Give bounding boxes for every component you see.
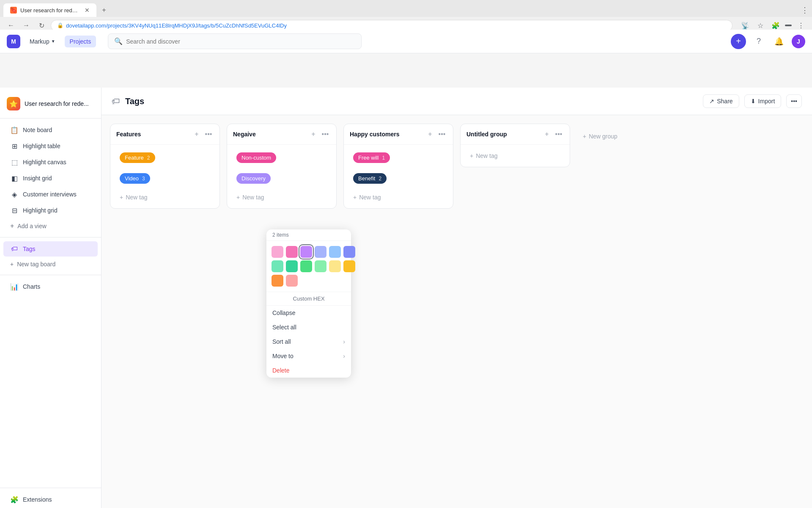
feature-tag-card[interactable]: Feature 2 (115, 149, 215, 166)
move-to-menu-item[interactable]: Move to › (266, 349, 351, 363)
add-btn[interactable]: + (731, 34, 746, 49)
page-title: Tags (125, 97, 144, 106)
extensions-label: Extensions (23, 496, 52, 503)
untitled-group-column-header: Untitled group + ••• (461, 124, 570, 145)
color-swatch-indigo-light[interactable] (315, 246, 326, 258)
import-btn[interactable]: ⬇ Import (744, 94, 782, 108)
note-board-icon: 📋 (10, 126, 19, 134)
untitled-group-add-btn[interactable]: + (542, 129, 552, 139)
add-view-btn[interactable]: + Add a view (3, 219, 98, 233)
free-will-tag-count: 1 (382, 155, 385, 161)
negaive-new-tag-btn[interactable]: + New tag (231, 190, 332, 204)
highlight-canvas-icon: ⬚ (10, 158, 19, 166)
tab-close-btn[interactable]: ✕ (85, 7, 90, 14)
incognito-badge (785, 25, 792, 26)
features-column-header: Features + ••• (110, 124, 219, 145)
user-avatar[interactable]: J (792, 35, 805, 48)
sort-all-chevron-icon: › (343, 338, 345, 345)
collapse-label: Collapse (272, 309, 295, 316)
free-will-tag-card[interactable]: Free will 1 (348, 149, 449, 166)
features-add-btn[interactable]: + (192, 129, 202, 139)
color-swatch-red-light[interactable] (286, 275, 298, 287)
negaive-column: Negaive + ••• Non-custom (227, 124, 337, 209)
search-input[interactable] (126, 38, 355, 45)
project-name: User research for rede... (25, 100, 89, 107)
sidebar-item-customer-interviews[interactable]: ◈ Customer interviews (3, 187, 98, 202)
features-new-tag-btn[interactable]: + New tag (115, 190, 215, 204)
sidebar-item-highlight-table[interactable]: ⊞ Highlight table (3, 138, 98, 154)
color-swatch-green[interactable] (315, 260, 326, 272)
non-custom-tag-card[interactable]: Non-custom (231, 149, 332, 166)
happy-customers-add-btn[interactable]: + (425, 129, 435, 139)
active-tab[interactable]: 🔖 User research for redesigned... ✕ (3, 3, 96, 17)
notifications-btn[interactable]: 🔔 (771, 34, 787, 49)
workspace-icon[interactable]: M (7, 35, 20, 48)
new-group-icon: + (583, 133, 586, 140)
tags-icon: 🏷 (10, 245, 19, 253)
video-tag-card[interactable]: Video 3 (115, 170, 215, 187)
project-icon: ⭐ (7, 97, 20, 110)
color-swatch-teal[interactable] (286, 260, 298, 272)
collapse-menu-item[interactable]: Collapse (266, 306, 351, 320)
delete-menu-item[interactable]: Delete (266, 363, 351, 378)
sidebar-item-charts[interactable]: 📊 Charts (3, 279, 98, 294)
free-will-tag: Free will 1 (353, 152, 390, 163)
benefit-tag: Benefit 2 (353, 173, 387, 184)
color-swatch-purple-light[interactable] (300, 246, 312, 258)
untitled-group-more-btn[interactable]: ••• (554, 129, 564, 139)
highlight-table-icon: ⊞ (10, 142, 19, 150)
highlight-table-label: Highlight table (23, 143, 60, 149)
app: M Markup ▼ Projects 🔍 + ? 🔔 J ⭐ User (0, 34, 812, 508)
happy-customers-more-btn[interactable]: ••• (437, 129, 447, 139)
new-group-btn[interactable]: + New group (577, 128, 623, 145)
color-swatch-yellow[interactable] (343, 260, 355, 272)
features-column-body: Feature 2 Video 3 + New tag (110, 145, 219, 208)
color-swatch-pink[interactable] (286, 246, 298, 258)
projects-btn[interactable]: Projects (65, 36, 96, 47)
help-btn[interactable]: ? (751, 34, 766, 49)
more-btn[interactable]: ••• (786, 94, 802, 108)
sidebar-bottom: 🧩 Extensions 🔔 Notifications ▼ ⚙ Setting… (0, 488, 101, 508)
sidebar-item-extensions[interactable]: 🧩 Extensions (3, 492, 98, 507)
feature-tag-count: 2 (147, 155, 150, 161)
discovery-tag: Discovery (236, 173, 271, 184)
sidebar-item-note-board[interactable]: 📋 Note board (3, 122, 98, 138)
share-btn[interactable]: ↗ Share (703, 94, 739, 108)
search-icon: 🔍 (114, 37, 123, 45)
color-swatch-indigo[interactable] (343, 246, 355, 258)
discovery-tag-card[interactable]: Discovery (231, 170, 332, 187)
negaive-add-btn[interactable]: + (308, 129, 318, 139)
sidebar-item-highlight-grid[interactable]: ⊟ Highlight grid (3, 203, 98, 218)
negaive-more-btn[interactable]: ••• (320, 129, 330, 139)
color-swatch-teal-light[interactable] (272, 260, 283, 272)
features-more-btn[interactable]: ••• (203, 129, 214, 139)
window-menu-btn[interactable]: ⋮ (801, 6, 809, 15)
untitled-group-column-body: + New tag (461, 145, 570, 167)
project-header[interactable]: ⭐ User research for rede... (0, 93, 101, 115)
lock-icon: 🔒 (57, 22, 63, 28)
sidebar-item-highlight-canvas[interactable]: ⬚ Highlight canvas (3, 155, 98, 170)
sidebar-item-insight-grid[interactable]: ◧ Insight grid (3, 171, 98, 186)
select-all-menu-item[interactable]: Select all (266, 320, 351, 334)
color-picker (266, 241, 351, 292)
new-tab-btn[interactable]: + (98, 4, 110, 16)
color-swatch-yellow-light[interactable] (329, 260, 341, 272)
happy-customers-new-tag-btn[interactable]: + New tag (348, 190, 449, 204)
sidebar-item-tags[interactable]: 🏷 Tags (3, 241, 98, 257)
untitled-group-new-tag-btn[interactable]: + New tag (465, 149, 565, 163)
color-swatch-pink-light[interactable] (272, 246, 283, 258)
markup-btn[interactable]: Markup ▼ (25, 36, 60, 47)
untitled-group-new-tag-label: New tag (476, 152, 497, 159)
new-group-area: + New group (577, 124, 628, 145)
happy-customers-column-header: Happy customers + ••• (344, 124, 453, 145)
sort-all-menu-item[interactable]: Sort all › (266, 334, 351, 349)
custom-hex-btn[interactable]: Custom HEX (266, 292, 351, 306)
new-tag-board-btn[interactable]: + New tag board (3, 257, 98, 271)
color-swatch-blue-light[interactable] (329, 246, 341, 258)
search-bar[interactable]: 🔍 (108, 34, 362, 49)
benefit-tag-card[interactable]: Benefit 2 (348, 170, 449, 187)
negaive-new-tag-plus-icon: + (236, 194, 240, 201)
color-swatch-green-light[interactable] (300, 260, 312, 272)
custom-hex-label: Custom HEX (293, 295, 324, 302)
color-swatch-orange[interactable] (272, 275, 283, 287)
